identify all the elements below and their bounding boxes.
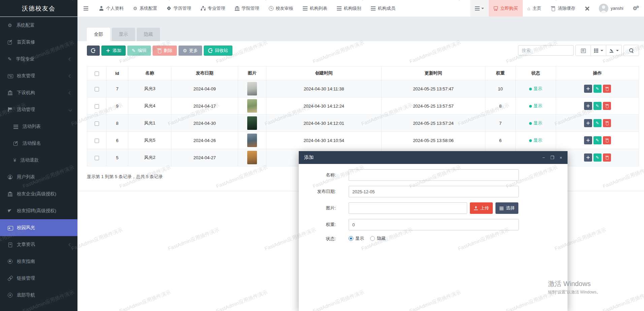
nav-item-学历管理[interactable]: 学历管理 bbox=[162, 0, 196, 17]
tab-隐藏[interactable]: 隐藏 bbox=[137, 28, 160, 41]
delete-button[interactable]: 删除 bbox=[153, 46, 177, 56]
row-delete-button[interactable] bbox=[603, 85, 611, 93]
row-delete-button[interactable] bbox=[603, 102, 611, 110]
search-input[interactable] bbox=[518, 45, 574, 56]
menu-list-icon bbox=[475, 6, 480, 10]
sidebar-item-校友招聘(高级授权)[interactable]: 校友招聘(高级授权) bbox=[0, 202, 77, 219]
weight-field[interactable] bbox=[349, 219, 519, 230]
row-actions: ✎ bbox=[556, 115, 639, 132]
minimize-icon[interactable]: − bbox=[542, 155, 545, 160]
columns-button[interactable] bbox=[591, 45, 606, 56]
edit-button[interactable]: ✎编辑 bbox=[127, 46, 151, 56]
sidebar-item-校友管理[interactable]: 校友管理 bbox=[0, 67, 77, 84]
status-radio-隐藏[interactable]: 隐藏 bbox=[370, 235, 386, 242]
sidebar-item-校友企业(高级授权)[interactable]: 校友企业(高级授权) bbox=[0, 186, 77, 202]
status-dot bbox=[529, 88, 532, 90]
settings-button[interactable]: ⚙⚙ bbox=[628, 0, 644, 17]
sidebar-item-活动管理[interactable]: 活动管理 bbox=[0, 101, 77, 118]
row-checkbox[interactable] bbox=[95, 139, 99, 143]
sidebar-item-首页装修[interactable]: 首页装修 bbox=[0, 34, 77, 51]
more-button[interactable]: ⚙更多 bbox=[179, 46, 202, 56]
weight-label: 权重: bbox=[299, 222, 349, 228]
choose-button[interactable]: 选择 bbox=[495, 202, 518, 214]
image-field[interactable] bbox=[349, 202, 467, 214]
status-radio-显示[interactable]: 显示 bbox=[349, 235, 364, 242]
toggle-view-button[interactable] bbox=[575, 45, 591, 56]
gears-icon: ⚙⚙ bbox=[633, 5, 639, 11]
maximize-icon[interactable]: ❐ bbox=[550, 155, 554, 160]
row-edit-button[interactable]: ✎ bbox=[593, 119, 602, 127]
clear-cache-button[interactable]: 清除缓存 bbox=[546, 0, 580, 17]
row-edit-button[interactable]: ✎ bbox=[593, 153, 602, 162]
row-checkbox[interactable] bbox=[95, 87, 99, 91]
drag-sort-button[interactable] bbox=[584, 153, 592, 162]
add-button[interactable]: 添加 bbox=[101, 46, 126, 56]
upload-button[interactable]: 上传 bbox=[470, 202, 493, 214]
topbar-right: 立即购买 ⌂ 主页 清除缓存 yanshi ⚙⚙ bbox=[470, 0, 644, 17]
sidebar-item-系统配置[interactable]: ⚙系统配置 bbox=[0, 17, 77, 34]
tab-全部[interactable]: 全部 bbox=[87, 28, 110, 41]
refresh-button[interactable] bbox=[87, 46, 100, 56]
recycle-bin-button[interactable]: 回收站 bbox=[204, 46, 232, 56]
row-thumbnail[interactable] bbox=[247, 134, 257, 147]
dialog-titlebar[interactable]: 添加 − ❐ × bbox=[299, 151, 568, 164]
homepage-button[interactable]: ⌂ 主页 bbox=[523, 0, 546, 17]
row-delete-button[interactable] bbox=[603, 153, 611, 162]
tab-显示[interactable]: 显示 bbox=[112, 28, 135, 41]
row-edit-button[interactable]: ✎ bbox=[593, 102, 602, 110]
fullscreen-button[interactable] bbox=[580, 0, 594, 17]
nav-item-机构级别[interactable]: 机构级别 bbox=[332, 0, 366, 17]
nav-item-机构成员[interactable]: 机构成员 bbox=[366, 0, 400, 17]
publish-date-field[interactable] bbox=[349, 186, 519, 197]
row-delete-button[interactable] bbox=[603, 119, 611, 127]
col-发布日期: 发布日期 bbox=[171, 66, 238, 80]
nav-item-机构列表[interactable]: 机构列表 bbox=[298, 0, 332, 17]
nav-item-个人资料[interactable]: 个人资料 bbox=[94, 0, 128, 17]
radio-icon bbox=[349, 236, 353, 241]
sidebar-item-活动列表[interactable]: 活动列表 bbox=[0, 118, 77, 135]
buy-now-button[interactable]: 立即购买 bbox=[489, 0, 523, 17]
nav-item-学院管理[interactable]: 学院管理 bbox=[230, 0, 264, 17]
row-name: 风光3 bbox=[128, 80, 171, 97]
row-thumbnail[interactable] bbox=[247, 82, 257, 95]
export-button[interactable] bbox=[606, 45, 622, 56]
sidebar-item-链接管理[interactable]: 链接管理 bbox=[0, 270, 77, 287]
sidebar-item-活动报名[interactable]: 活动报名 bbox=[0, 135, 77, 152]
sidebar-item-校园风光[interactable]: 校园风光 bbox=[0, 219, 77, 236]
row-thumbnail[interactable] bbox=[247, 151, 257, 164]
row-checkbox[interactable] bbox=[95, 156, 99, 160]
drag-sort-button[interactable] bbox=[584, 119, 592, 127]
sidebar-item-校友指南[interactable]: 校友指南 bbox=[0, 253, 77, 270]
drag-sort-button[interactable] bbox=[584, 85, 592, 93]
trash-icon bbox=[605, 121, 609, 125]
select-all-checkbox[interactable] bbox=[95, 72, 99, 76]
row-weight: 7 bbox=[485, 115, 516, 132]
nav-item-校友审核[interactable]: 校友审核 bbox=[264, 0, 298, 17]
sidebar-toggle-button[interactable] bbox=[77, 0, 94, 17]
drag-sort-button[interactable] bbox=[584, 136, 592, 144]
nav-item-系统配置[interactable]: ⚙系统配置 bbox=[128, 0, 162, 17]
row-thumbnail[interactable] bbox=[247, 99, 257, 113]
row-edit-button[interactable]: ✎ bbox=[593, 136, 602, 144]
drag-sort-button[interactable] bbox=[584, 102, 592, 110]
nav-item-专业管理[interactable]: 专业管理 bbox=[196, 0, 230, 17]
topbar: 沃德校友会 个人资料⚙系统配置学历管理专业管理学院管理校友审核机构列表机构级别机… bbox=[0, 0, 644, 17]
row-checkbox[interactable] bbox=[95, 104, 99, 109]
name-field[interactable] bbox=[349, 169, 519, 181]
user-menu[interactable]: yanshi bbox=[594, 0, 628, 17]
sidebar-item-下设机构[interactable]: 下设机构 bbox=[0, 84, 77, 101]
menu-dropdown-button[interactable] bbox=[470, 0, 489, 17]
sidebar-item-学院专业[interactable]: ✎学院专业 bbox=[0, 51, 77, 67]
search-button[interactable] bbox=[623, 45, 639, 56]
row-thumbnail[interactable] bbox=[247, 116, 257, 130]
nav-item-label: 专业管理 bbox=[208, 5, 225, 11]
row-edit-button[interactable]: ✎ bbox=[593, 85, 602, 93]
sidebar-item-用户列表[interactable]: 用户列表 bbox=[0, 169, 77, 186]
row-delete-button[interactable] bbox=[603, 136, 611, 144]
id-card-icon bbox=[8, 74, 12, 78]
sidebar-item-文章资讯[interactable]: 文章资讯 bbox=[0, 236, 77, 253]
sidebar-item-底部导航[interactable]: 底部导航 bbox=[0, 287, 77, 304]
row-checkbox[interactable] bbox=[95, 121, 99, 126]
close-icon[interactable]: × bbox=[559, 155, 562, 160]
sidebar-item-活动退款[interactable]: ¥活动退款 bbox=[0, 152, 77, 169]
